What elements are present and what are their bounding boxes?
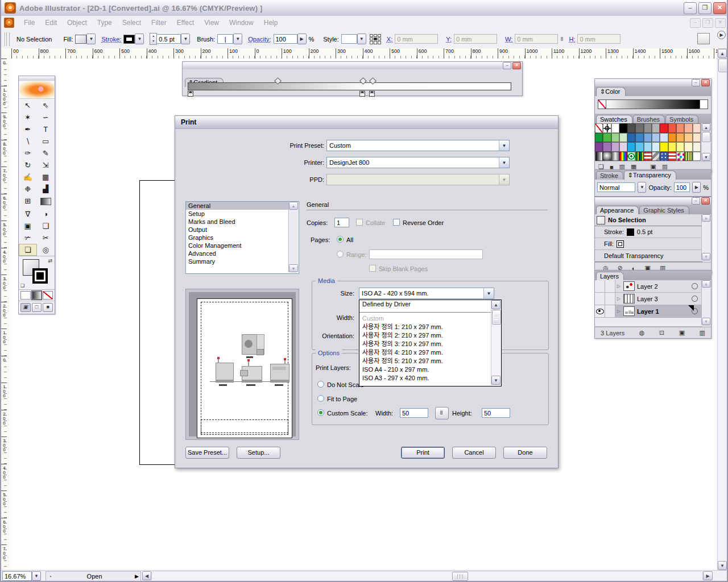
layers-scrollbar[interactable]: ▲ ▼ xyxy=(701,280,710,325)
print-section-item[interactable]: Advanced xyxy=(186,250,289,257)
swatch[interactable] xyxy=(668,123,676,133)
scroll-up-icon[interactable]: ▲ xyxy=(289,202,298,210)
brush-dropdown-icon[interactable]: ▼ xyxy=(233,34,242,44)
tool-icon[interactable]: ∖ xyxy=(19,135,37,147)
do-not-scale-radio[interactable] xyxy=(317,381,324,388)
tool-icon[interactable]: ◑ xyxy=(37,208,55,220)
scroll-down-icon[interactable]: ▼ xyxy=(702,318,710,325)
full-screen-menu-mode-button[interactable]: □ xyxy=(32,303,42,312)
swatch[interactable] xyxy=(676,152,684,161)
size-dropdown-item[interactable]: ISO A3 - 297 x 420 mm. xyxy=(359,374,491,383)
menu-item[interactable]: Help xyxy=(259,17,283,28)
swatch[interactable] xyxy=(627,142,635,152)
default-fill-stroke-icon[interactable]: ❏ xyxy=(20,283,24,288)
w-field[interactable]: 0 mm xyxy=(515,34,558,44)
size-dropdown-scrollbar[interactable]: ▲ ▼ xyxy=(491,300,501,385)
layer-expand-icon[interactable]: ▷ xyxy=(615,284,622,289)
custom-scale-radio[interactable] xyxy=(317,409,324,416)
scroll-up-icon[interactable]: ▲ xyxy=(702,214,710,222)
y-label[interactable]: Y: xyxy=(446,36,452,43)
opacity-field[interactable]: 100 xyxy=(274,34,297,44)
blend-mode-select[interactable]: Normal xyxy=(597,182,635,192)
swatch[interactable] xyxy=(652,152,660,161)
palette-minimize-icon[interactable]: – xyxy=(692,79,700,86)
color-white-swatch[interactable] xyxy=(700,99,708,109)
swatch[interactable] xyxy=(668,142,676,152)
tool-icon[interactable]: ✶ xyxy=(19,111,37,123)
x-label[interactable]: X: xyxy=(387,36,392,43)
layer-row[interactable]: ▷ Layer 3 xyxy=(595,293,702,305)
layer-expand-icon[interactable]: ▷ xyxy=(615,309,622,314)
layer-name[interactable]: Layer 2 xyxy=(637,283,692,290)
tool-icon[interactable]: ▟ xyxy=(37,183,55,195)
hscroll-thumb[interactable] xyxy=(452,572,468,581)
scroll-left-icon[interactable]: ◀ xyxy=(142,571,151,580)
tool-icon[interactable]: ✑ xyxy=(19,147,37,159)
swatches-tab[interactable]: Brushes xyxy=(633,115,665,123)
swatch[interactable] xyxy=(676,142,684,152)
appearance-fill-label[interactable]: Fill: xyxy=(604,240,614,247)
swatch[interactable] xyxy=(676,133,684,143)
menu-item[interactable]: Edit xyxy=(40,17,62,28)
tool-icon[interactable]: ⊞ xyxy=(19,195,37,207)
layer-target-icon[interactable] xyxy=(692,308,698,314)
swatch[interactable] xyxy=(660,133,668,143)
scroll-down-icon[interactable]: ▼ xyxy=(289,264,298,272)
done-button[interactable]: Done xyxy=(503,447,547,459)
standard-screen-mode-button[interactable]: ▣ xyxy=(20,303,31,312)
setup-button[interactable]: Setup... xyxy=(237,447,280,459)
layer-name[interactable]: Layer 1 xyxy=(637,308,692,315)
style-field[interactable] xyxy=(341,34,357,44)
swatches-tab[interactable]: Swatches xyxy=(596,115,632,123)
tool-icon[interactable]: T xyxy=(37,123,55,135)
opacity-slider-icon[interactable]: ▶ xyxy=(297,34,307,44)
color-button[interactable] xyxy=(20,291,31,300)
size-select[interactable]: ISO A2 - 420 x 594 mm.▼ xyxy=(359,288,494,299)
swatch[interactable] xyxy=(652,133,660,143)
size-dropdown-item[interactable]: 사용자 정의 5: 210 x 297 mm. xyxy=(359,357,491,365)
print-section-item[interactable]: Summary xyxy=(186,257,289,265)
print-preset-select[interactable]: Custom▼ xyxy=(326,140,510,151)
layer-visibility-toggle[interactable] xyxy=(595,305,605,317)
scroll-up-icon[interactable]: ▲ xyxy=(702,280,710,288)
dropdown-icon[interactable]: ▼ xyxy=(499,140,509,151)
swatch[interactable] xyxy=(603,152,611,161)
swatch[interactable] xyxy=(652,142,660,152)
vertical-ruler[interactable]: 0100090080070060050040030020010001002003… xyxy=(1,59,12,570)
tool-icon[interactable]: ⇖ xyxy=(37,99,55,111)
stroke-swatch[interactable] xyxy=(123,35,135,44)
appearance-stroke-label[interactable]: Stroke: xyxy=(604,228,624,235)
swatch[interactable] xyxy=(668,152,676,161)
swap-fill-stroke-icon[interactable]: ⇄ xyxy=(48,258,52,264)
menu-item[interactable]: Select xyxy=(117,17,146,28)
none-button[interactable] xyxy=(43,291,53,300)
toolbox-drag-bar[interactable] xyxy=(19,76,55,81)
tool-icon[interactable] xyxy=(40,198,52,205)
copies-field[interactable]: 1 xyxy=(334,218,349,227)
size-dropdown-item[interactable]: 사용자 정의 1: 210 x 297 mm. xyxy=(359,323,491,331)
gradient-stop[interactable] xyxy=(359,91,365,97)
layer-target-icon[interactable] xyxy=(692,283,698,289)
zoom-level-field[interactable]: 16.67% xyxy=(2,571,32,581)
tool-icon[interactable]: ✎ xyxy=(37,147,55,159)
stroke-label[interactable]: Stroke: xyxy=(101,36,121,43)
scroll-up-icon[interactable]: ▲ xyxy=(718,49,727,58)
opacity-panel-field[interactable]: 100 xyxy=(674,182,690,192)
h-field[interactable]: 0 mm xyxy=(577,34,621,44)
save-preset-button[interactable]: Save Preset... xyxy=(185,447,229,459)
size-dropdown-item[interactable] xyxy=(359,309,491,313)
controlbar-grip[interactable] xyxy=(5,32,10,46)
scale-width-field[interactable]: 50 xyxy=(400,408,428,418)
layer-name[interactable]: Layer 3 xyxy=(637,296,692,302)
gradient-stop[interactable] xyxy=(188,91,193,97)
swatch[interactable] xyxy=(644,142,652,152)
menu-item[interactable]: Type xyxy=(92,17,117,28)
swatch[interactable] xyxy=(595,142,603,152)
gradient-minimize-icon[interactable]: – xyxy=(503,62,511,69)
new-layer-icon[interactable]: ▣ xyxy=(679,329,685,336)
gradient-close-icon[interactable]: ✕ xyxy=(512,62,521,69)
fill-dropdown-icon[interactable]: ▼ xyxy=(86,34,96,44)
stroke-weight-dropdown-icon[interactable]: ▼ xyxy=(181,34,190,44)
tool-icon[interactable]: ❏ xyxy=(19,244,37,256)
scroll-down-icon[interactable]: ▼ xyxy=(702,253,710,260)
